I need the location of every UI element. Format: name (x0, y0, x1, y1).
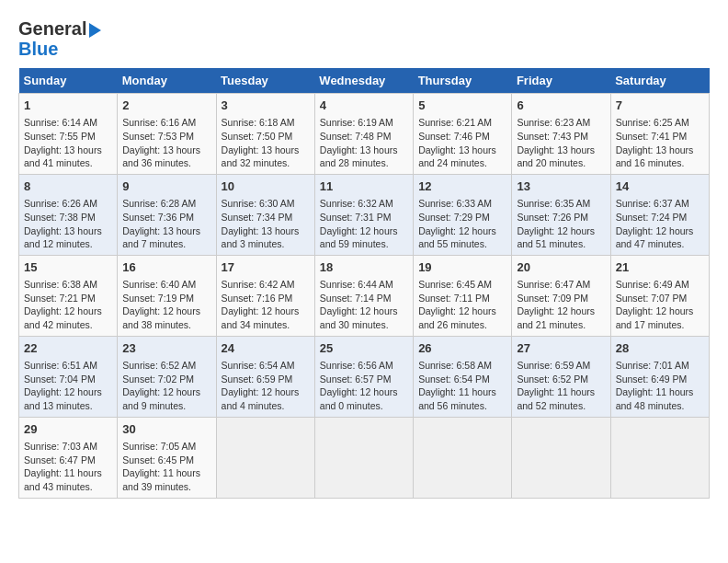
day-info: Sunrise: 6:33 AMSunset: 7:29 PMDaylight:… (418, 197, 506, 251)
calendar-week-row: 8Sunrise: 6:26 AMSunset: 7:38 PMDaylight… (19, 174, 710, 255)
day-number: 3 (222, 98, 310, 114)
calendar-cell (610, 417, 709, 498)
day-info: Sunrise: 6:23 AMSunset: 7:43 PMDaylight:… (517, 116, 605, 170)
day-number: 10 (222, 178, 310, 195)
day-number: 25 (320, 340, 408, 357)
day-number: 21 (616, 259, 704, 276)
day-info: Sunrise: 6:45 AMSunset: 7:11 PMDaylight:… (418, 278, 506, 332)
calendar-cell: 30Sunrise: 7:05 AMSunset: 6:45 PMDayligh… (118, 417, 216, 498)
weekday-header-tuesday: Tuesday (216, 68, 314, 94)
day-number: 24 (222, 340, 310, 357)
weekday-header-monday: Monday (118, 68, 216, 94)
calendar-cell: 17Sunrise: 6:42 AMSunset: 7:16 PMDayligh… (216, 255, 314, 336)
calendar-cell: 21Sunrise: 6:49 AMSunset: 7:07 PMDayligh… (610, 255, 709, 336)
calendar-cell: 23Sunrise: 6:52 AMSunset: 7:02 PMDayligh… (118, 336, 216, 417)
day-info: Sunrise: 6:47 AMSunset: 7:09 PMDaylight:… (517, 278, 605, 332)
day-info: Sunrise: 6:14 AMSunset: 7:55 PMDaylight:… (24, 116, 112, 170)
calendar-week-row: 1Sunrise: 6:14 AMSunset: 7:55 PMDaylight… (19, 94, 710, 175)
day-info: Sunrise: 6:38 AMSunset: 7:21 PMDaylight:… (24, 278, 112, 332)
day-info: Sunrise: 7:03 AMSunset: 6:47 PMDaylight:… (24, 440, 112, 494)
day-info: Sunrise: 6:19 AMSunset: 7:48 PMDaylight:… (320, 116, 408, 170)
calendar-cell: 24Sunrise: 6:54 AMSunset: 6:59 PMDayligh… (216, 336, 314, 417)
day-number: 22 (24, 340, 112, 357)
day-info: Sunrise: 6:28 AMSunset: 7:36 PMDaylight:… (122, 197, 210, 251)
calendar-cell: 12Sunrise: 6:33 AMSunset: 7:29 PMDayligh… (414, 174, 512, 255)
calendar-cell: 25Sunrise: 6:56 AMSunset: 6:57 PMDayligh… (314, 336, 413, 417)
day-info: Sunrise: 7:05 AMSunset: 6:45 PMDaylight:… (122, 440, 210, 494)
day-info: Sunrise: 6:30 AMSunset: 7:34 PMDaylight:… (222, 197, 310, 251)
calendar-cell: 1Sunrise: 6:14 AMSunset: 7:55 PMDaylight… (19, 94, 118, 175)
day-info: Sunrise: 6:42 AMSunset: 7:16 PMDaylight:… (222, 278, 310, 332)
calendar-cell: 13Sunrise: 6:35 AMSunset: 7:26 PMDayligh… (512, 174, 610, 255)
weekday-header-thursday: Thursday (414, 68, 512, 94)
day-info: Sunrise: 6:25 AMSunset: 7:41 PMDaylight:… (616, 116, 704, 170)
calendar-week-row: 15Sunrise: 6:38 AMSunset: 7:21 PMDayligh… (19, 255, 710, 336)
logo-text: General Blue (18, 18, 101, 59)
day-number: 5 (418, 98, 506, 114)
day-number: 27 (517, 340, 605, 357)
day-number: 17 (222, 259, 310, 276)
calendar-cell: 2Sunrise: 6:16 AMSunset: 7:53 PMDaylight… (118, 94, 216, 175)
day-info: Sunrise: 6:51 AMSunset: 7:04 PMDaylight:… (24, 359, 112, 413)
day-number: 6 (517, 98, 605, 114)
day-number: 16 (122, 259, 210, 276)
calendar-week-row: 29Sunrise: 7:03 AMSunset: 6:47 PMDayligh… (19, 417, 710, 498)
day-number: 26 (418, 340, 506, 357)
calendar-cell: 20Sunrise: 6:47 AMSunset: 7:09 PMDayligh… (512, 255, 610, 336)
day-number: 30 (122, 421, 210, 438)
day-info: Sunrise: 6:56 AMSunset: 6:57 PMDaylight:… (320, 359, 408, 413)
calendar-cell: 22Sunrise: 6:51 AMSunset: 7:04 PMDayligh… (19, 336, 118, 417)
day-info: Sunrise: 6:54 AMSunset: 6:59 PMDaylight:… (222, 359, 310, 413)
day-info: Sunrise: 6:16 AMSunset: 7:53 PMDaylight:… (122, 116, 210, 170)
day-number: 29 (24, 421, 112, 438)
day-number: 14 (616, 178, 704, 195)
calendar-cell: 3Sunrise: 6:18 AMSunset: 7:50 PMDaylight… (216, 94, 314, 175)
logo: General Blue (18, 18, 101, 59)
day-number: 11 (320, 178, 408, 195)
calendar-cell: 26Sunrise: 6:58 AMSunset: 6:54 PMDayligh… (414, 336, 512, 417)
calendar-cell: 4Sunrise: 6:19 AMSunset: 7:48 PMDaylight… (314, 94, 413, 175)
day-number: 1 (24, 98, 112, 114)
header: General Blue (18, 18, 710, 59)
calendar-cell: 19Sunrise: 6:45 AMSunset: 7:11 PMDayligh… (414, 255, 512, 336)
calendar-cell: 6Sunrise: 6:23 AMSunset: 7:43 PMDaylight… (512, 94, 610, 175)
calendar-cell: 8Sunrise: 6:26 AMSunset: 7:38 PMDaylight… (19, 174, 118, 255)
day-info: Sunrise: 6:40 AMSunset: 7:19 PMDaylight:… (122, 278, 210, 332)
calendar-cell (414, 417, 512, 498)
day-info: Sunrise: 6:35 AMSunset: 7:26 PMDaylight:… (517, 197, 605, 251)
calendar-cell (216, 417, 314, 498)
calendar-cell: 15Sunrise: 6:38 AMSunset: 7:21 PMDayligh… (19, 255, 118, 336)
calendar-cell: 5Sunrise: 6:21 AMSunset: 7:46 PMDaylight… (414, 94, 512, 175)
day-info: Sunrise: 6:58 AMSunset: 6:54 PMDaylight:… (418, 359, 506, 413)
day-number: 28 (616, 340, 704, 357)
calendar-cell: 9Sunrise: 6:28 AMSunset: 7:36 PMDaylight… (118, 174, 216, 255)
day-number: 7 (616, 98, 704, 114)
day-info: Sunrise: 6:52 AMSunset: 7:02 PMDaylight:… (122, 359, 210, 413)
day-info: Sunrise: 6:37 AMSunset: 7:24 PMDaylight:… (616, 197, 704, 251)
calendar-table: SundayMondayTuesdayWednesdayThursdayFrid… (18, 68, 710, 499)
calendar-cell: 18Sunrise: 6:44 AMSunset: 7:14 PMDayligh… (314, 255, 413, 336)
day-number: 2 (122, 98, 210, 114)
weekday-header-saturday: Saturday (610, 68, 709, 94)
day-number: 8 (24, 178, 112, 195)
weekday-header-row: SundayMondayTuesdayWednesdayThursdayFrid… (19, 68, 710, 94)
calendar-cell: 28Sunrise: 7:01 AMSunset: 6:49 PMDayligh… (610, 336, 709, 417)
calendar-cell (512, 417, 610, 498)
calendar-week-row: 22Sunrise: 6:51 AMSunset: 7:04 PMDayligh… (19, 336, 710, 417)
calendar-cell: 14Sunrise: 6:37 AMSunset: 7:24 PMDayligh… (610, 174, 709, 255)
calendar-cell: 11Sunrise: 6:32 AMSunset: 7:31 PMDayligh… (314, 174, 413, 255)
calendar-cell: 10Sunrise: 6:30 AMSunset: 7:34 PMDayligh… (216, 174, 314, 255)
calendar-cell: 16Sunrise: 6:40 AMSunset: 7:19 PMDayligh… (118, 255, 216, 336)
weekday-header-sunday: Sunday (19, 68, 118, 94)
day-number: 12 (418, 178, 506, 195)
day-info: Sunrise: 6:32 AMSunset: 7:31 PMDaylight:… (320, 197, 408, 251)
day-number: 20 (517, 259, 605, 276)
calendar-cell (314, 417, 413, 498)
day-info: Sunrise: 6:49 AMSunset: 7:07 PMDaylight:… (616, 278, 704, 332)
calendar-cell: 29Sunrise: 7:03 AMSunset: 6:47 PMDayligh… (19, 417, 118, 498)
day-info: Sunrise: 6:21 AMSunset: 7:46 PMDaylight:… (418, 116, 506, 170)
day-info: Sunrise: 6:18 AMSunset: 7:50 PMDaylight:… (222, 116, 310, 170)
day-number: 9 (122, 178, 210, 195)
day-number: 18 (320, 259, 408, 276)
day-number: 13 (517, 178, 605, 195)
